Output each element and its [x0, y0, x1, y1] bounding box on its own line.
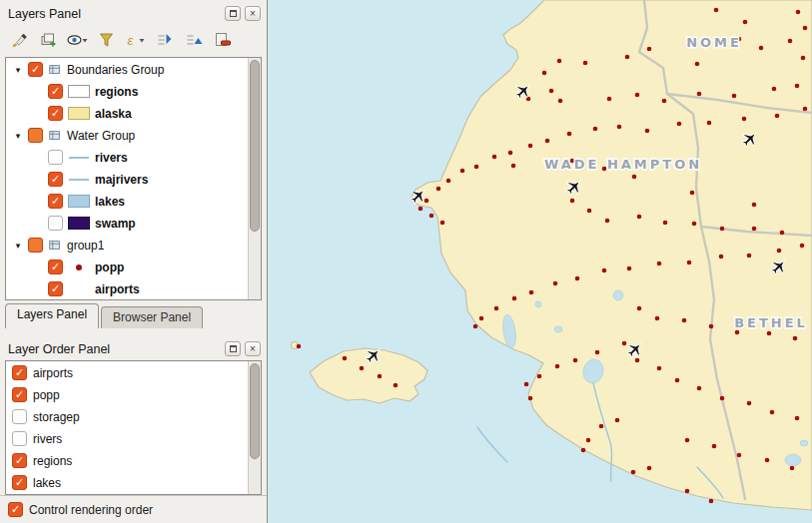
order-checkbox[interactable]: ✓ — [12, 453, 27, 468]
expander-icon[interactable]: ▾ — [13, 241, 23, 251]
order-row[interactable]: ✓airports — [6, 362, 248, 384]
population-point — [424, 199, 429, 204]
population-point — [800, 244, 805, 249]
order-checkbox[interactable]: ✓ — [12, 387, 27, 402]
filter-by-expression-button[interactable]: ε — [122, 28, 149, 53]
population-point — [549, 89, 554, 94]
layers-panel-float-button[interactable] — [225, 6, 241, 21]
order-row[interactable]: storagep — [6, 406, 248, 428]
layer-row[interactable]: rivers — [6, 147, 248, 169]
layer-row[interactable]: ✓alaska — [6, 103, 248, 125]
population-point — [508, 151, 513, 156]
expand-all-button[interactable] — [151, 28, 178, 53]
layer-row[interactable]: ✓popp — [6, 257, 248, 278]
layer-order-panel-close-button[interactable]: × — [245, 341, 261, 356]
population-point — [732, 94, 737, 99]
population-point — [473, 324, 478, 329]
population-point — [788, 39, 793, 44]
order-row[interactable]: ✓popp — [6, 384, 248, 406]
layer-row[interactable]: ✓airports — [6, 278, 248, 300]
open-layer-styling-panel-button[interactable] — [6, 28, 33, 53]
manage-map-themes-button[interactable] — [64, 28, 91, 53]
order-row[interactable]: ✓lakes — [6, 472, 248, 494]
order-checkbox[interactable]: ✓ — [12, 475, 27, 490]
population-point — [632, 175, 637, 180]
collapse-all-icon — [184, 31, 203, 49]
order-checkbox[interactable] — [12, 431, 27, 446]
map-canvas[interactable]: NOMEWADE HAMPTONBETHEL — [268, 0, 812, 523]
tab-browser-panel[interactable]: Browser Panel — [101, 306, 203, 328]
population-point — [709, 499, 714, 504]
layer-row[interactable]: ✓majrivers — [6, 169, 248, 191]
population-point — [595, 350, 600, 355]
layer-label: alaska — [95, 107, 132, 121]
layer-order-panel-float-button[interactable] — [225, 341, 241, 356]
layer-checkbox[interactable]: ✓ — [48, 281, 63, 296]
population-point — [593, 127, 598, 132]
filter-legend-button[interactable] — [93, 28, 120, 53]
control-rendering-order-checkbox[interactable]: ✓ — [8, 502, 23, 517]
scrollbar-thumb[interactable] — [250, 60, 260, 232]
layer-group-row[interactable]: ▾Water Group — [6, 125, 248, 147]
expander-icon[interactable]: ▾ — [13, 65, 23, 75]
order-row[interactable]: rivers — [6, 428, 248, 450]
add-group-icon — [39, 31, 58, 49]
layer-checkbox[interactable] — [48, 216, 63, 231]
layer-checkbox[interactable]: ✓ — [48, 84, 63, 99]
population-point — [695, 62, 700, 67]
population-point — [662, 99, 667, 104]
population-point — [647, 466, 652, 471]
layer-label: lakes — [95, 195, 125, 209]
svg-text:ε: ε — [128, 33, 134, 48]
layer-row[interactable]: swamp — [6, 213, 248, 235]
group-checkbox[interactable]: ✓ — [28, 62, 43, 77]
population-point — [567, 132, 572, 137]
group-checkbox[interactable] — [28, 128, 43, 143]
order-row[interactable]: ✓regions — [6, 450, 248, 472]
layer-order-scrollbar[interactable] — [248, 361, 261, 494]
layer-group-row[interactable]: ▾✓Boundaries Group — [6, 59, 248, 81]
layer-checkbox[interactable] — [48, 150, 63, 165]
layer-checkbox[interactable]: ✓ — [48, 260, 63, 274]
order-checkbox[interactable] — [12, 409, 27, 424]
map-svg[interactable]: NOMEWADE HAMPTONBETHEL — [268, 0, 812, 523]
filter-legend-icon — [97, 31, 116, 49]
population-point — [647, 47, 652, 52]
population-point — [752, 227, 757, 232]
population-point — [436, 187, 441, 192]
population-point — [529, 290, 534, 295]
population-point — [685, 438, 690, 443]
population-point — [555, 364, 560, 369]
collapse-all-button[interactable] — [180, 28, 207, 53]
layer-group-row[interactable]: ▾group1 — [6, 235, 248, 257]
population-point — [795, 84, 800, 89]
layer-checkbox[interactable]: ✓ — [48, 106, 63, 121]
population-point — [528, 144, 533, 149]
population-point — [557, 59, 562, 64]
layer-row[interactable]: ✓lakes — [6, 191, 248, 213]
layer-row[interactable]: ✓regions — [6, 81, 248, 103]
layer-checkbox[interactable]: ✓ — [48, 172, 63, 187]
order-label: airports — [33, 366, 73, 380]
add-group-button[interactable] — [35, 28, 62, 53]
order-checkbox[interactable]: ✓ — [12, 365, 27, 380]
population-point — [378, 374, 383, 379]
population-point — [607, 97, 612, 102]
order-label: popp — [33, 388, 60, 402]
population-point — [418, 207, 423, 212]
group-checkbox[interactable] — [28, 238, 43, 253]
expander-icon[interactable]: ▾ — [13, 131, 23, 141]
tab-layers-panel[interactable]: Layers Panel — [5, 303, 99, 328]
population-point — [714, 8, 719, 13]
layer-checkbox[interactable]: ✓ — [48, 194, 63, 209]
population-point — [796, 10, 801, 15]
layers-panel-close-button[interactable]: × — [245, 6, 261, 21]
layer-tree-scrollbar[interactable] — [248, 58, 261, 299]
scrollbar-thumb[interactable] — [250, 363, 260, 459]
layer-swatch — [68, 107, 90, 120]
float-icon — [230, 10, 237, 17]
remove-layer-group-button[interactable] — [209, 28, 236, 53]
layer-order-panel-titlebar: Layer Order Panel × — [0, 335, 267, 360]
population-point — [622, 341, 627, 346]
rendering-order-footer: ✓ Control rendering order — [0, 495, 267, 523]
